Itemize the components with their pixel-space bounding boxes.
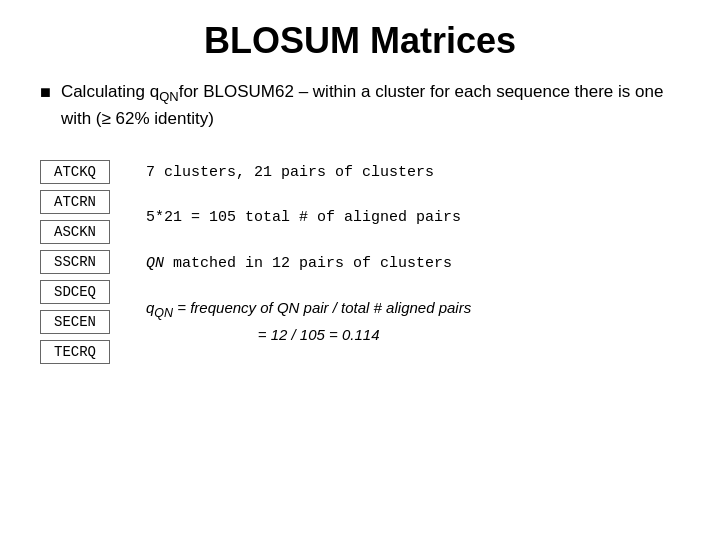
info-line-3-suffix: matched in 12 pairs of clusters (164, 255, 452, 272)
list-item: SSCRN (40, 250, 110, 274)
list-item: ASCKN (40, 220, 110, 244)
freq-line-1: qQN = frequency of QN pair / total # ali… (146, 296, 471, 323)
list-item: SDCEQ (40, 280, 110, 304)
list-item: SECEN (40, 310, 110, 334)
list-item: ATCRN (40, 190, 110, 214)
info-area: 7 clusters, 21 pairs of clusters 5*21 = … (146, 160, 471, 348)
page-title: BLOSUM Matrices (204, 20, 516, 62)
info-line-2: 5*21 = 105 total # of aligned pairs (146, 205, 471, 231)
info-line-3: QN matched in 12 pairs of clusters (146, 251, 471, 277)
list-item: ATCKQ (40, 160, 110, 184)
q-subscript: QN (159, 89, 179, 104)
bullet-section: ■ Calculating qQNfor BLOSUM62 – within a… (40, 80, 680, 132)
bullet-icon: ■ (40, 82, 51, 103)
content-area: ATCKQ ATCRN ASCKN SSCRN SDCEQ SECEN TECR… (40, 156, 680, 364)
list-item: TECRQ (40, 340, 110, 364)
qn-label: QN (146, 255, 164, 272)
bullet-suffix: for BLOSUM62 – within a cluster for each… (61, 82, 664, 128)
info-line-1: 7 clusters, 21 pairs of clusters (146, 160, 471, 186)
bullet-text: Calculating qQNfor BLOSUM62 – within a c… (61, 80, 680, 132)
page: BLOSUM Matrices ■ Calculating qQNfor BLO… (0, 0, 720, 540)
freq-line-1-suffix: = frequency of QN pair / total # aligned… (173, 299, 471, 316)
freq-line-2: = 12 / 105 = 0.114 (146, 323, 471, 347)
sequence-list: ATCKQ ATCRN ASCKN SSCRN SDCEQ SECEN TECR… (40, 160, 110, 364)
freq-subscript: QN (154, 306, 173, 320)
